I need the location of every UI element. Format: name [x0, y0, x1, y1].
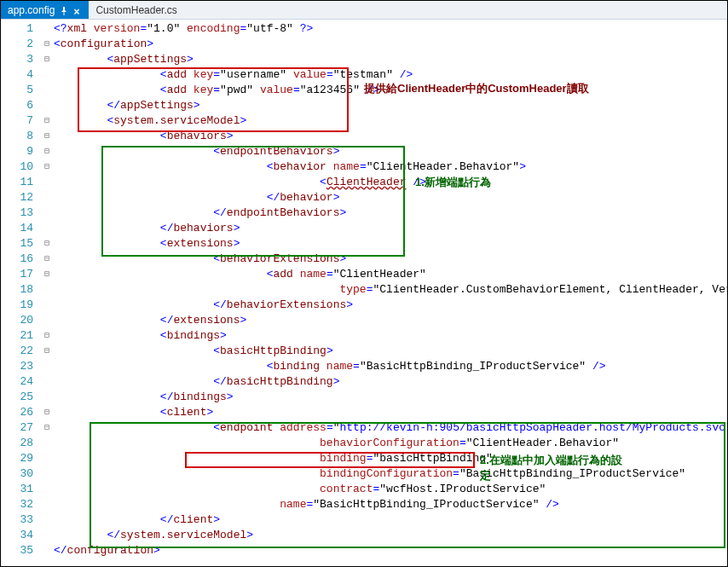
fold-toggle[interactable]: ⊟ [40, 267, 54, 282]
line-number: 34 [1, 528, 40, 543]
tab-app-config[interactable]: app.config × [1, 1, 89, 19]
code-line[interactable]: type="ClientHeader.CustomBehaviorElement… [54, 282, 727, 298]
code-line[interactable]: binding="basicHttpBinding" [54, 451, 727, 466]
code-line[interactable]: </extensions> [54, 313, 727, 328]
fold-toggle[interactable]: ⊟ [40, 344, 54, 359]
fold-toggle [40, 21, 54, 37]
line-number: 22 [1, 344, 40, 359]
line-number: 14 [1, 221, 40, 236]
line-number: 26 [1, 405, 40, 420]
fold-toggle [40, 543, 54, 558]
line-number: 19 [1, 298, 40, 313]
code-line[interactable]: <endpointBehaviors> [54, 144, 727, 159]
fold-toggle [40, 175, 54, 190]
fold-toggle[interactable]: ⊟ [40, 252, 54, 267]
fold-toggle[interactable]: ⊟ [40, 144, 54, 159]
fold-toggle [40, 451, 54, 466]
code-line[interactable]: </behaviorExtensions> [54, 298, 727, 313]
fold-gutter: ⊟⊟⊟⊟⊟⊟⊟⊟⊟⊟⊟⊟⊟ [40, 20, 54, 566]
tab-label: CustomHeader.cs [95, 4, 176, 16]
code-line[interactable]: <appSettings> [54, 52, 727, 67]
code-line[interactable]: </endpointBehaviors> [54, 205, 727, 221]
fold-toggle [40, 359, 54, 374]
code-line[interactable]: <system.serviceModel> [54, 113, 727, 129]
code-line[interactable]: </configuration> [54, 543, 727, 558]
code-line[interactable]: </behaviors> [54, 221, 727, 236]
tab-custom-header[interactable]: CustomHeader.cs [89, 1, 183, 19]
fold-toggle [40, 221, 54, 236]
code-line[interactable]: <extensions> [54, 236, 727, 252]
code-line[interactable]: behaviorConfiguration="ClientHeader.Beha… [54, 436, 727, 451]
code-line[interactable]: </bindings> [54, 390, 727, 405]
line-number: 3 [1, 52, 40, 67]
code-line[interactable]: <add key="pwd" value="a123456" /> [54, 83, 727, 98]
line-number: 20 [1, 313, 40, 328]
line-number: 21 [1, 328, 40, 344]
line-number: 16 [1, 252, 40, 267]
fold-toggle [40, 98, 54, 113]
line-number: 7 [1, 113, 40, 129]
code-line[interactable]: <endpoint address="http://kevin-h:905/ba… [54, 420, 727, 436]
line-number: 17 [1, 267, 40, 282]
line-number: 29 [1, 451, 40, 466]
code-line[interactable]: <client> [54, 405, 727, 420]
fold-toggle[interactable]: ⊟ [40, 52, 54, 67]
code-line[interactable]: <basicHttpBinding> [54, 344, 727, 359]
close-icon[interactable]: × [73, 6, 82, 14]
fold-toggle[interactable]: ⊟ [40, 328, 54, 344]
code-line[interactable]: </client> [54, 512, 727, 528]
fold-toggle [40, 528, 54, 543]
fold-toggle [40, 436, 54, 451]
code-line[interactable]: <behavior name="ClientHeader.Behavior"> [54, 159, 727, 175]
code-line[interactable]: <?xml version="1.0" encoding="utf-8" ?> [54, 21, 727, 37]
line-number: 1 [1, 21, 40, 37]
line-number-gutter: 1234567891011121314151617181920212223242… [1, 20, 40, 566]
fold-toggle[interactable]: ⊟ [40, 420, 54, 436]
code-line[interactable]: <add name="ClientHeader" [54, 267, 727, 282]
code-line[interactable]: <ClientHeader /> [54, 175, 727, 190]
code-line[interactable]: </appSettings> [54, 98, 727, 113]
fold-toggle [40, 190, 54, 205]
line-number: 35 [1, 543, 40, 558]
code-line[interactable]: </behavior> [54, 190, 727, 205]
line-number: 25 [1, 390, 40, 405]
code-area[interactable]: <?xml version="1.0" encoding="utf-8" ?><… [54, 20, 727, 566]
line-number: 12 [1, 190, 40, 205]
fold-toggle[interactable]: ⊟ [40, 129, 54, 144]
fold-toggle [40, 512, 54, 528]
code-line[interactable]: <behaviors> [54, 129, 727, 144]
code-line[interactable]: name="BasicHttpBinding_IProductService" … [54, 497, 727, 512]
pin-icon[interactable] [60, 6, 68, 14]
tab-label: app.config [8, 4, 55, 16]
line-number: 23 [1, 359, 40, 374]
fold-toggle [40, 466, 54, 482]
line-number: 5 [1, 83, 40, 98]
fold-toggle[interactable]: ⊟ [40, 37, 54, 52]
tab-bar: app.config × CustomHeader.cs [1, 1, 727, 20]
code-editor[interactable]: 1234567891011121314151617181920212223242… [1, 20, 727, 566]
line-number: 30 [1, 466, 40, 482]
code-line[interactable]: <configuration> [54, 37, 727, 52]
line-number: 27 [1, 420, 40, 436]
line-number: 31 [1, 482, 40, 497]
fold-toggle [40, 374, 54, 390]
code-line[interactable]: <binding name="BasicHttpBinding_IProduct… [54, 359, 727, 374]
fold-toggle[interactable]: ⊟ [40, 405, 54, 420]
code-line[interactable]: </basicHttpBinding> [54, 374, 727, 390]
fold-toggle[interactable]: ⊟ [40, 159, 54, 175]
line-number: 33 [1, 512, 40, 528]
code-line[interactable]: <behaviorExtensions> [54, 252, 727, 267]
code-line[interactable]: <bindings> [54, 328, 727, 344]
fold-toggle [40, 298, 54, 313]
line-number: 9 [1, 144, 40, 159]
code-line[interactable]: <add key="username" value="testman" /> [54, 67, 727, 83]
fold-toggle[interactable]: ⊟ [40, 113, 54, 129]
fold-toggle[interactable]: ⊟ [40, 236, 54, 252]
code-line[interactable]: contract="wcfHost.IProductService" [54, 482, 727, 497]
fold-toggle [40, 282, 54, 298]
fold-toggle [40, 313, 54, 328]
line-number: 24 [1, 374, 40, 390]
line-number: 8 [1, 129, 40, 144]
code-line[interactable]: bindingConfiguration="BasicHttpBinding_I… [54, 466, 727, 482]
code-line[interactable]: </system.serviceModel> [54, 528, 727, 543]
